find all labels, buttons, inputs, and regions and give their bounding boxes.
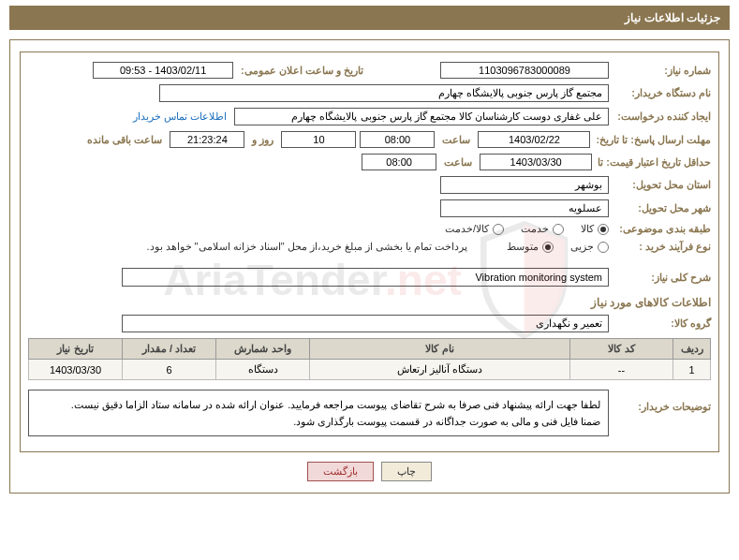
countdown-field: 21:23:24	[170, 131, 244, 148]
label-requester: ایجاد کننده درخواست:	[613, 111, 711, 123]
label-province: استان محل تحویل:	[613, 179, 711, 191]
label-group: گروه کالا:	[613, 317, 711, 330]
publish-field: 1403/02/11 - 09:53	[93, 62, 233, 79]
items-table: ردیف کد کالا نام کالا واحد شمارش تعداد /…	[28, 338, 711, 380]
radio-category-goods[interactable]: کالا	[568, 223, 609, 235]
province-field: بوشهر	[440, 176, 609, 194]
general-desc-field: Vibration monitoring system	[122, 268, 609, 287]
label-buyer-note: توضیحات خریدار:	[613, 390, 711, 413]
treasury-note: پرداخت تمام یا بخشی از مبلغ خرید،از محل …	[146, 241, 467, 253]
col-uom: واحد شمارش	[216, 339, 310, 360]
city-field: عسلویه	[440, 199, 609, 217]
deadline-time-field: 08:00	[360, 131, 435, 148]
radio-icon	[493, 224, 504, 235]
radio-icon	[542, 242, 554, 253]
label-general-desc: شرح کلی نیاز:	[613, 272, 711, 284]
button-row: چاپ بازگشت	[20, 462, 719, 481]
label-category: طبقه بندی موضوعی:	[613, 223, 711, 235]
radio-icon	[598, 224, 609, 235]
table-row: 1 -- دستگاه آنالیز ارتعاش دستگاه 6 1403/…	[29, 360, 711, 380]
col-code: کد کالا	[570, 339, 673, 360]
validity-date-field: 1403/03/30	[480, 154, 592, 170]
label-deadline: مهلت ارسال پاسخ: تا تاریخ:	[594, 134, 711, 146]
radio-category-service[interactable]: خدمت	[508, 223, 564, 235]
buyer-note-line1: لطفا جهت ارائه پیشنهاد فنی صرفا به شرح ت…	[37, 396, 600, 413]
radio-icon	[598, 242, 609, 253]
label-time-1: ساعت	[438, 134, 474, 146]
radio-process-medium[interactable]: متوسط	[494, 241, 554, 253]
deadline-date-field: 1403/02/22	[478, 131, 590, 148]
buyer-note-line2: ضمنا فایل فنی و مالی به صورت جداگانه در …	[37, 413, 600, 430]
back-button[interactable]: بازگشت	[307, 462, 374, 481]
days-field: 10	[281, 131, 356, 148]
label-validity: حداقل تاریخ اعتبار قیمت: تا	[596, 156, 711, 169]
page-title-bar: جزئیات اطلاعات نیاز	[9, 6, 730, 30]
col-date: تاریخ نیاز	[29, 339, 123, 360]
contact-link[interactable]: اطلاعات تماس خریدار	[133, 111, 230, 123]
label-city: شهر محل تحویل:	[613, 202, 711, 214]
validity-time-field: 08:00	[362, 154, 436, 170]
label-remaining: ساعت باقی مانده	[83, 134, 166, 146]
buyer-org-field: مجتمع گاز پارس جنوبی پالایشگاه چهارم	[159, 84, 609, 102]
buyer-note-box: لطفا جهت ارائه پیشنهاد فنی صرفا به شرح ت…	[28, 390, 609, 436]
label-days-and: روز و	[248, 134, 277, 146]
col-name: نام کالا	[310, 339, 570, 360]
col-row: ردیف	[673, 339, 711, 360]
items-section-title: اطلاعات کالاهای مورد نیاز	[28, 296, 711, 309]
col-qty: تعداد / مقدار	[123, 339, 216, 360]
label-buyer-org: نام دستگاه خریدار:	[613, 87, 711, 99]
label-time-2: ساعت	[440, 156, 476, 169]
radio-process-minor[interactable]: جزیی	[557, 241, 609, 253]
group-field: تعمیر و نگهداری	[122, 315, 609, 332]
radio-category-both[interactable]: کالا/خدمت	[432, 223, 504, 235]
label-publish: تاریخ و ساعت اعلان عمومی:	[237, 65, 367, 77]
inner-panel: شماره نیاز: 1103096783000089 تاریخ و ساع…	[20, 52, 719, 452]
page-title: جزئیات اطلاعات نیاز	[625, 11, 720, 24]
label-process: نوع فرآیند خرید :	[613, 241, 711, 253]
radio-icon	[553, 224, 564, 235]
label-need-no: شماره نیاز:	[613, 65, 711, 77]
requester-field: علی غفاری دوست کارشناسان کالا مجتمع گاز …	[234, 108, 609, 125]
print-button[interactable]: چاپ	[381, 462, 432, 481]
outer-panel: شماره نیاز: 1103096783000089 تاریخ و ساع…	[9, 39, 730, 494]
need-no-field: 1103096783000089	[440, 62, 609, 79]
